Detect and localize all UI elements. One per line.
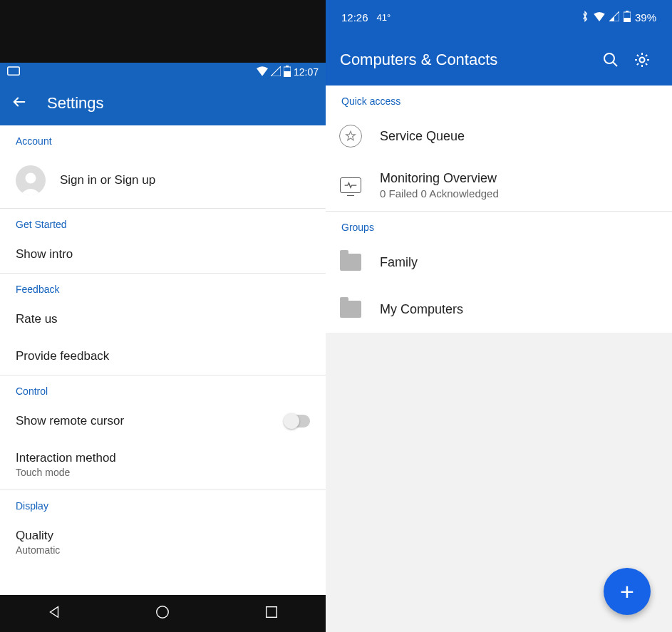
page-title-right: Computers & Contacts xyxy=(340,51,595,69)
service-queue-label: Service Queue xyxy=(380,129,465,144)
interaction-method-label: Interaction method xyxy=(16,451,116,465)
add-fab-button[interactable]: + xyxy=(604,568,651,615)
battery-icon xyxy=(284,66,291,79)
rate-us-row[interactable]: Rate us xyxy=(0,301,326,338)
svg-rect-2 xyxy=(284,71,291,77)
battery-icon xyxy=(624,11,631,24)
sign-in-label: Sign in or Sign up xyxy=(60,173,155,187)
contacts-content: Quick access Service Queue Monitoring Ov… xyxy=(326,86,672,632)
show-intro-row[interactable]: Show intro xyxy=(0,236,326,273)
battery-percent: 39% xyxy=(635,11,656,24)
quality-label: Quality xyxy=(16,529,60,543)
section-feedback: Feedback xyxy=(0,274,326,301)
quality-row[interactable]: Quality Automatic xyxy=(0,517,326,563)
svg-rect-3 xyxy=(286,66,289,67)
svg-point-12 xyxy=(640,58,645,63)
monitoring-label: Monitoring Overview xyxy=(380,171,499,186)
status-time: 12:07 xyxy=(294,66,319,78)
cursor-toggle[interactable] xyxy=(284,415,310,428)
monitoring-sub: 0 Failed 0 Acknowledged xyxy=(380,187,499,200)
signal-icon xyxy=(271,66,281,78)
section-control: Control xyxy=(0,375,326,403)
rate-us-label: Rate us xyxy=(16,312,58,326)
section-account: Account xyxy=(0,125,326,152)
settings-content: Account Sign in or Sign up Get Started S… xyxy=(0,125,326,595)
android-nav-bar xyxy=(0,595,326,632)
bluetooth-icon xyxy=(581,11,589,24)
svg-rect-0 xyxy=(8,67,20,75)
folder-icon xyxy=(338,250,363,274)
right-phone: 12:26 41° 39% Computers & Contacts xyxy=(326,0,672,632)
svg-line-11 xyxy=(613,62,617,66)
folder-icon xyxy=(338,297,363,321)
section-groups: Groups xyxy=(326,212,672,239)
section-getstarted: Get Started xyxy=(0,209,326,236)
group-family-label: Family xyxy=(380,255,418,270)
wifi-icon xyxy=(594,11,605,24)
group-family-row[interactable]: Family xyxy=(326,239,672,286)
svg-rect-6 xyxy=(266,607,276,618)
signal-icon xyxy=(609,11,619,24)
svg-rect-8 xyxy=(624,18,631,22)
provide-feedback-label: Provide feedback xyxy=(16,349,109,363)
monitoring-overview-row[interactable]: Monitoring Overview 0 Failed 0 Acknowled… xyxy=(326,160,672,211)
svg-rect-9 xyxy=(626,11,629,12)
monitor-icon xyxy=(338,173,363,197)
left-black-margin xyxy=(0,0,326,63)
back-arrow-icon[interactable] xyxy=(11,94,27,113)
nav-home-icon[interactable] xyxy=(155,604,170,623)
page-title: Settings xyxy=(47,94,104,113)
status-temp: 41° xyxy=(377,12,391,23)
avatar-icon xyxy=(16,165,46,195)
settings-gear-button[interactable] xyxy=(626,44,658,76)
group-mycomputers-row[interactable]: My Computers xyxy=(326,286,672,333)
show-cursor-row[interactable]: Show remote cursor xyxy=(0,403,326,440)
interaction-method-row[interactable]: Interaction method Touch mode xyxy=(0,440,326,489)
plus-icon: + xyxy=(620,578,634,606)
status-bar-right: 12:26 41° 39% xyxy=(326,0,672,34)
show-intro-label: Show intro xyxy=(16,247,73,261)
star-icon xyxy=(338,124,363,148)
nav-recent-icon[interactable] xyxy=(264,604,279,623)
status-time-right: 12:26 xyxy=(341,11,368,24)
service-queue-row[interactable]: Service Queue xyxy=(326,113,672,160)
sign-in-row[interactable]: Sign in or Sign up xyxy=(0,152,326,208)
cast-icon xyxy=(7,66,20,78)
quality-value: Automatic xyxy=(16,544,60,556)
section-display: Display xyxy=(0,490,326,517)
nav-back-icon[interactable] xyxy=(46,604,62,623)
wifi-icon xyxy=(257,66,268,78)
status-bar-left: 12:07 xyxy=(0,63,326,81)
section-quick-access: Quick access xyxy=(326,86,672,113)
app-bar-left: Settings xyxy=(0,81,326,125)
group-mycomputers-label: My Computers xyxy=(380,302,463,317)
show-cursor-label: Show remote cursor xyxy=(16,414,124,428)
app-bar-right: Computers & Contacts xyxy=(326,34,672,86)
svg-point-10 xyxy=(604,53,614,63)
svg-point-5 xyxy=(157,606,169,618)
svg-point-4 xyxy=(26,173,36,184)
search-button[interactable] xyxy=(595,44,626,76)
interaction-method-value: Touch mode xyxy=(16,467,116,478)
left-phone: 12:07 Settings Account Sign in or Sign u… xyxy=(0,0,326,632)
provide-feedback-row[interactable]: Provide feedback xyxy=(0,338,326,375)
